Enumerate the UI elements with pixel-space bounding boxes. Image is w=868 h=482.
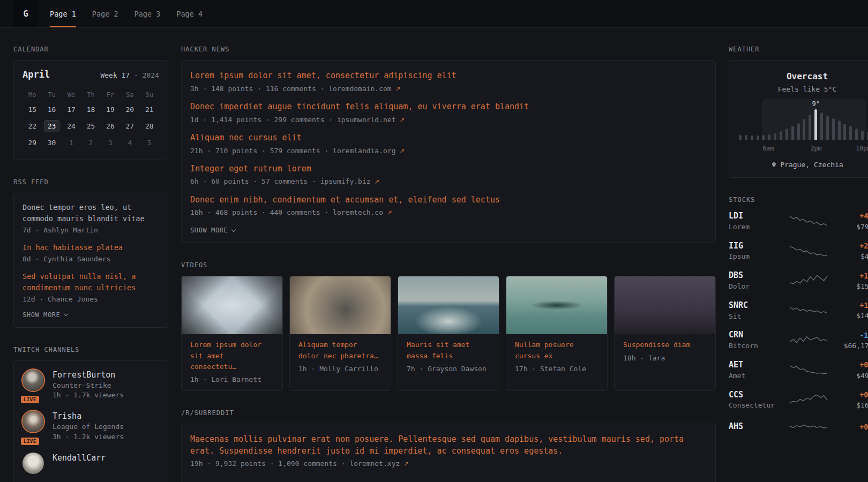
- stocks-list: LDI Lorem +4.35% $795.18 IIG Ipsum: [729, 210, 868, 435]
- weather-bar: [849, 109, 852, 140]
- page-tab[interactable]: Page 3: [134, 0, 161, 27]
- channel-info: KendallCarr: [53, 453, 106, 474]
- calendar-day: 15: [23, 101, 42, 118]
- stock-ticker: SNRC: [729, 300, 789, 312]
- chevron-down-icon: [231, 228, 236, 232]
- weather-bar: [745, 109, 747, 140]
- stock-row[interactable]: CRN Bitcorn -1.00% $66,171.48: [729, 329, 868, 351]
- hackernews-item-title[interactable]: Donec enim nibh, condimentum et accumsan…: [190, 194, 707, 206]
- channel-meta: 1h · 1.7k viewers: [53, 390, 124, 401]
- day-of-week-label: Mo: [23, 88, 42, 101]
- stock-row[interactable]: AHS +0.46%: [729, 419, 868, 435]
- stock-ticker: CRN: [729, 329, 789, 341]
- video-card[interactable]: Aliquam tempor dolor nec pharetra… 1h · …: [289, 276, 391, 390]
- stock-values: +1.42% $156.28: [829, 270, 868, 292]
- external-link-icon: ↗: [395, 85, 401, 93]
- middle-column: HACKER NEWS Lorem ipsum dolor sit amet, …: [181, 46, 716, 482]
- stock-row[interactable]: SNRC Sit +1.36% $148.64: [729, 300, 868, 322]
- page-tab[interactable]: Page 4: [176, 0, 203, 27]
- live-badge: LIVE: [21, 396, 39, 403]
- twitch-channel[interactable]: LIVE KendallCarr: [23, 453, 159, 474]
- hackernews-item-title[interactable]: Aliquam nec cursus elit: [190, 132, 707, 144]
- dot-separator: ·: [134, 71, 138, 79]
- video-title: Mauris sit amet massa felis: [398, 334, 499, 361]
- avatar-image: [23, 453, 44, 474]
- stock-name: Ipsum: [729, 252, 789, 262]
- stock-identity: AET Amet: [729, 359, 789, 381]
- video-card[interactable]: Nullam posuere cursus ex 17h · Stefan Co…: [506, 276, 608, 390]
- widget-title-hackernews: HACKER NEWS: [181, 46, 716, 53]
- rss-item-meta: 12d · Chance Jones: [23, 295, 159, 303]
- page-tab[interactable]: Page 2: [92, 0, 118, 27]
- subreddit-post: Maecenas mollis pulvinar erat non posuer…: [190, 434, 707, 470]
- weather-bar: [785, 109, 788, 140]
- stock-values: +2.84% $42.04: [829, 240, 868, 262]
- calendar-day: 30: [42, 134, 61, 151]
- calendar-year: 2024: [143, 71, 159, 79]
- stock-price: $42.04: [829, 251, 868, 262]
- video-card[interactable]: Lorem ipsum dolor sit amet consectetu… 1…: [181, 276, 283, 390]
- weather-bar: [826, 109, 829, 140]
- rss-item-title[interactable]: Donec tempor eros leo, ut commodo mauris…: [23, 202, 159, 224]
- app-logo[interactable]: G: [13, 0, 38, 27]
- time-label: 6am: [762, 145, 774, 152]
- stock-identity: AHS: [729, 421, 789, 433]
- calendar-month: April: [23, 69, 50, 80]
- weather-bar: [855, 109, 858, 140]
- hackernews-item-meta: 16h · 468 points · 440 comments · loremt…: [190, 207, 707, 218]
- weather-bar: [843, 109, 846, 140]
- hackernews-show-more-button[interactable]: SHOW MORE: [190, 227, 707, 234]
- stock-row[interactable]: AET Amet +0.92% $499.72: [729, 359, 868, 381]
- video-title: Lorem ipsum dolor sit amet consectetu…: [182, 334, 282, 372]
- weather-bar: [768, 109, 770, 140]
- weather-hourly-chart: 9°: [739, 109, 868, 140]
- weather-bar: [861, 109, 864, 140]
- calendar-day: 17: [62, 101, 81, 118]
- widget-title-videos: VIDEOS: [181, 261, 716, 269]
- hackernews-item-meta: 1d · 1,414 points · 299 comments · ipsum…: [190, 115, 707, 125]
- hackernews-item: Donec imperdiet augue tincidunt felis al…: [190, 101, 707, 125]
- channel-info: ForrestBurton Counter-Strike 1h · 1.7k v…: [53, 370, 124, 401]
- page-tabs: Page 1 Page 2 Page 3 Page 4: [50, 0, 203, 27]
- subreddit-widget: /R/SUBREDDIT Maecenas mollis pulvinar er…: [181, 409, 716, 482]
- stock-ticker: DBS: [729, 270, 789, 282]
- hackernews-card: Lorem ipsum dolor sit amet, consectetur …: [181, 60, 716, 243]
- hackernews-item-title[interactable]: Donec imperdiet augue tincidunt felis al…: [190, 101, 707, 113]
- calendar-day: 28: [140, 118, 159, 134]
- rss-item-title[interactable]: In hac habitasse platea: [23, 242, 159, 253]
- calendar-day: 1: [62, 134, 81, 151]
- page-tab[interactable]: Page 1: [50, 0, 76, 27]
- rss-item-title[interactable]: Sed volutpat nulla nisl, a condimentum n…: [23, 271, 159, 293]
- stock-sparkline: [789, 243, 829, 259]
- hackernews-item: Aliquam nec cursus elit 21h · 710 points…: [190, 132, 707, 156]
- right-column: WEATHER Overcast Feels like 5°C: [729, 46, 868, 453]
- hackernews-list: Lorem ipsum dolor sit amet, consectetur …: [190, 70, 707, 218]
- calendar-day: 23: [42, 118, 61, 134]
- stock-row[interactable]: LDI Lorem +4.35% $795.18: [729, 210, 868, 232]
- subreddit-post-title[interactable]: Maecenas mollis pulvinar erat non posuer…: [190, 434, 707, 457]
- stock-row[interactable]: IIG Ipsum +2.84% $42.04: [729, 240, 868, 262]
- video-card[interactable]: Suspendisse diam 18h · Tara: [614, 276, 716, 390]
- stock-ticker: IIG: [729, 240, 789, 252]
- rss-card: Donec tempor eros leo, ut commodo mauris…: [13, 193, 168, 328]
- twitch-channel[interactable]: LIVE Trisha League of Legends 3h · 1.2k …: [23, 411, 159, 442]
- rss-item-meta: 7d · Ashlyn Martin: [23, 226, 159, 234]
- stock-row[interactable]: DBS Dolor +1.42% $156.28: [729, 270, 868, 292]
- dashboard: CALENDAR April Week 17 · 2024 MoTuWeThFr…: [0, 28, 868, 482]
- rss-list: Donec tempor eros leo, ut commodo mauris…: [23, 202, 159, 303]
- video-card[interactable]: Mauris sit amet massa felis 7h · Grayson…: [398, 276, 499, 390]
- hackernews-item-title[interactable]: Integer eget rutrum lorem: [190, 163, 707, 175]
- stock-name: Dolor: [729, 282, 789, 292]
- hackernews-item-meta: 21h · 710 points · 579 comments · loreml…: [190, 146, 707, 156]
- stock-name: Bitcorn: [729, 341, 789, 351]
- twitch-channel-list: LIVE ForrestBurton Counter-Strike 1h · 1…: [23, 370, 159, 474]
- stock-change: +4.35%: [829, 210, 868, 221]
- subreddit-post-list: Maecenas mollis pulvinar erat non posuer…: [190, 434, 707, 470]
- hackernews-item-title[interactable]: Lorem ipsum dolor sit amet, consectetur …: [190, 70, 707, 82]
- rss-show-more-button[interactable]: SHOW MORE: [23, 311, 159, 319]
- weather-bar: [832, 109, 835, 140]
- calendar-day: 29: [23, 134, 42, 151]
- twitch-channel[interactable]: LIVE ForrestBurton Counter-Strike 1h · 1…: [23, 370, 159, 401]
- stock-row[interactable]: CCS Consectetur +0.51% $165.84: [729, 389, 868, 411]
- video-thumbnail: [398, 276, 499, 334]
